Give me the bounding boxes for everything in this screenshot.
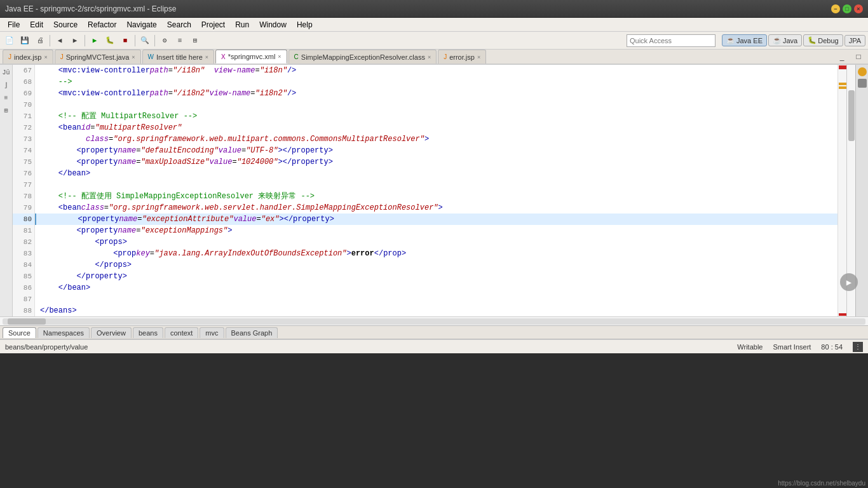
tab-label-simplemapping: SimpleMappingExceptionResolver.class bbox=[301, 53, 425, 61]
gutter-icon-1[interactable]: Jü bbox=[1, 67, 11, 78]
editor-minimize-btn[interactable]: _ bbox=[835, 50, 849, 64]
tab-close-simplemapping[interactable]: × bbox=[428, 54, 431, 60]
toolbar-sep-2 bbox=[85, 35, 85, 46]
jpa-label: JPA bbox=[849, 37, 861, 44]
toolbar-btn-print[interactable]: 🖨 bbox=[33, 34, 47, 48]
code-line-67: <mvc:view-controller path="/i18n" view-n… bbox=[35, 65, 837, 76]
toolbar-btn-stop[interactable]: ■ bbox=[118, 34, 132, 48]
editor-maximize-btn[interactable]: □ bbox=[851, 50, 865, 64]
quick-access-input[interactable] bbox=[627, 34, 715, 47]
tab-close-springmvcxml[interactable]: × bbox=[278, 53, 281, 60]
tab-icon-errorjsp: J bbox=[444, 53, 447, 60]
tab-close-springmvctest[interactable]: × bbox=[132, 54, 135, 60]
linenum-78: 78 bbox=[13, 191, 34, 202]
scroll-down-button[interactable]: ▶ bbox=[840, 273, 858, 291]
linenum-84: 84 bbox=[13, 259, 34, 271]
bottom-tab-mvc[interactable]: mvc bbox=[200, 327, 224, 338]
linenum-82: 82 bbox=[13, 236, 34, 248]
linenum-86: 86 bbox=[13, 282, 34, 294]
tab-error-jsp[interactable]: J error.jsp × bbox=[438, 50, 486, 64]
menu-window[interactable]: Window bbox=[254, 19, 292, 30]
status-bar: beans/bean/property/value Writable Smart… bbox=[0, 339, 868, 353]
java-icon: ☕ bbox=[773, 36, 782, 44]
menu-navigate[interactable]: Navigate bbox=[121, 19, 161, 30]
status-insert-mode: Smart Insert bbox=[773, 343, 811, 351]
perspective-debug[interactable]: 🐛 Debug bbox=[803, 34, 843, 46]
horizontal-scroll-bar[interactable] bbox=[0, 316, 868, 325]
bottom-tab-context[interactable]: context bbox=[165, 327, 198, 338]
toolbar-btn-run[interactable]: ▶ bbox=[88, 34, 102, 48]
title-bar: Java EE - springmvc-2/src/springmvc.xml … bbox=[0, 0, 868, 18]
menu-bar: File Edit Source Refactor Navigate Searc… bbox=[0, 18, 868, 32]
code-line-79: <bean class="org.springframework.web.ser… bbox=[35, 202, 837, 214]
menu-project[interactable]: Project bbox=[196, 19, 230, 30]
tab-index-jsp[interactable]: J index.jsp × bbox=[3, 50, 53, 64]
perspective-javaee[interactable]: ☕ Java EE bbox=[722, 34, 767, 46]
toolbar-btn-search[interactable]: 🔍 bbox=[138, 34, 152, 48]
far-right-icon-1[interactable] bbox=[858, 67, 867, 76]
perspective-java[interactable]: ☕ Java bbox=[768, 34, 802, 46]
linenum-79: 79 bbox=[13, 202, 34, 214]
tab-close-inserttitle[interactable]: × bbox=[205, 54, 208, 60]
tab-icon-springmvctest: J bbox=[60, 53, 64, 60]
toolbar-btn-back[interactable]: ◀ bbox=[53, 34, 67, 48]
tab-simplemapping[interactable]: C SimpleMappingExceptionResolver.class × bbox=[288, 50, 437, 64]
tab-icon-inserttitle: W bbox=[148, 53, 154, 60]
tab-inserttitle[interactable]: W Insert title here × bbox=[142, 50, 214, 64]
bottom-tab-namespaces[interactable]: Namespaces bbox=[37, 327, 90, 338]
bottom-tab-overview[interactable]: Overview bbox=[91, 327, 132, 338]
status-extra-btn[interactable]: ⋮ bbox=[853, 342, 863, 352]
menu-source[interactable]: Source bbox=[48, 19, 83, 30]
tab-springmvc-xml[interactable]: X *springmvc.xml × bbox=[215, 50, 287, 64]
tab-close-errorjsp[interactable]: × bbox=[477, 54, 480, 60]
toolbar-btn-misc3[interactable]: ⊞ bbox=[188, 34, 202, 48]
linenum-87: 87 bbox=[13, 294, 34, 305]
tab-springmvctest[interactable]: J SpringMVCTest.java × bbox=[55, 50, 141, 64]
perspective-jpa[interactable]: JPA bbox=[844, 35, 865, 46]
toolbar-btn-misc2[interactable]: ≡ bbox=[173, 34, 187, 48]
menu-file[interactable]: File bbox=[3, 19, 25, 30]
menu-run[interactable]: Run bbox=[230, 19, 254, 30]
toolbar-btn-new[interactable]: 📄 bbox=[3, 34, 17, 48]
code-line-68: --> bbox=[35, 76, 837, 88]
scroll-thumb[interactable] bbox=[848, 90, 855, 141]
error-mark-top bbox=[839, 65, 846, 69]
bottom-tab-source[interactable]: Source bbox=[3, 327, 36, 338]
quick-access-container bbox=[627, 34, 715, 47]
status-path: beans/bean/property/value bbox=[5, 343, 727, 351]
bottom-tab-beansgraph[interactable]: Beans Graph bbox=[226, 327, 278, 338]
menu-help[interactable]: Help bbox=[292, 19, 318, 30]
bottom-tab-bar: Source Namespaces Overview beans context… bbox=[0, 325, 868, 339]
h-scroll-thumb[interactable] bbox=[8, 318, 46, 325]
code-line-82: <props> bbox=[35, 236, 837, 248]
code-editor[interactable]: <mvc:view-controller path="/i18n" view-n… bbox=[35, 65, 837, 316]
toolbar-btn-forward[interactable]: ▶ bbox=[68, 34, 82, 48]
maximize-button[interactable]: □ bbox=[843, 4, 851, 13]
linenum-69: 69 bbox=[13, 88, 34, 99]
code-line-75: <property name="maxUploadSize" value="10… bbox=[35, 156, 837, 168]
gutter-icon-2[interactable]: 𝕁 bbox=[1, 80, 11, 90]
tab-icon-index: J bbox=[8, 53, 11, 60]
gutter-icon-4[interactable]: ⊞ bbox=[1, 105, 11, 116]
toolbar-btn-misc1[interactable]: ⚙ bbox=[158, 34, 172, 48]
gutter-icon-3[interactable]: ≡ bbox=[1, 93, 11, 103]
close-button[interactable]: × bbox=[854, 4, 863, 13]
toolbar-btn-save[interactable]: 💾 bbox=[18, 34, 32, 48]
toolbar-btn-debug[interactable]: 🐛 bbox=[103, 34, 117, 48]
tab-label-errorjsp: error.jsp bbox=[449, 53, 475, 61]
menu-edit[interactable]: Edit bbox=[25, 19, 48, 30]
tab-close-index[interactable]: × bbox=[44, 54, 47, 60]
linenum-68: 68 bbox=[13, 76, 34, 88]
linenum-67: 67 bbox=[13, 65, 34, 76]
menu-refactor[interactable]: Refactor bbox=[83, 19, 121, 30]
tab-label-springmvctest: SpringMVCTest.java bbox=[66, 53, 130, 61]
far-right-icon-2[interactable] bbox=[858, 79, 867, 88]
javaee-icon: ☕ bbox=[726, 36, 735, 44]
linenum-88: 88 bbox=[13, 305, 34, 316]
toolbar-sep-1 bbox=[50, 35, 50, 46]
minimize-button[interactable]: − bbox=[831, 4, 840, 13]
tab-label-inserttitle: Insert title here bbox=[156, 53, 203, 61]
bottom-tab-beans[interactable]: beans bbox=[133, 327, 163, 338]
code-line-80: <property name="exceptionAttribute" valu… bbox=[35, 214, 837, 225]
menu-search[interactable]: Search bbox=[162, 19, 196, 30]
